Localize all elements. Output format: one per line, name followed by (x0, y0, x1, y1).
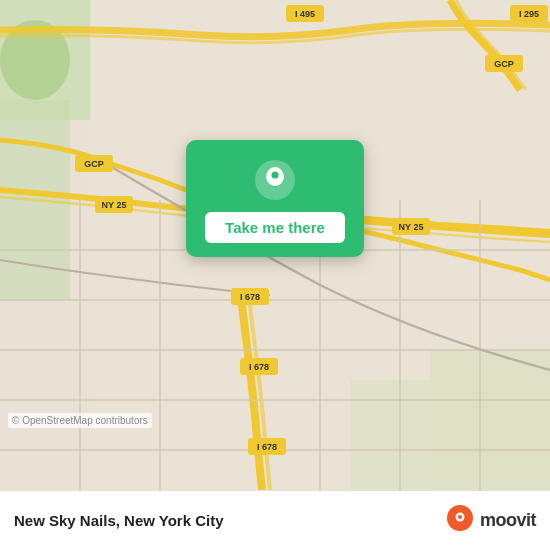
svg-text:GCP: GCP (494, 59, 514, 69)
svg-text:NY 25: NY 25 (102, 200, 127, 210)
map-attribution: © OpenStreetMap contributors (8, 413, 152, 428)
map-container: I 495 I 295 GCP GCP GCP NY 25 NY 25 I 67… (0, 0, 550, 490)
svg-text:I 678: I 678 (257, 442, 277, 452)
info-bar: New Sky Nails, New York City moovit (0, 490, 550, 550)
moovit-brand-text: moovit (480, 510, 536, 531)
svg-text:GCP: GCP (84, 159, 104, 169)
svg-text:NY 25: NY 25 (399, 222, 424, 232)
moovit-brand-icon (444, 505, 476, 537)
take-me-there-button[interactable]: Take me there (205, 212, 345, 243)
navigation-card: Take me there (186, 140, 364, 257)
svg-point-44 (458, 515, 462, 519)
svg-point-40 (272, 172, 279, 179)
moovit-logo: moovit (444, 505, 536, 537)
location-pin-icon (253, 158, 297, 202)
place-info: New Sky Nails, New York City (14, 512, 224, 529)
svg-text:I 295: I 295 (519, 9, 539, 19)
svg-text:I 678: I 678 (249, 362, 269, 372)
svg-text:I 495: I 495 (295, 9, 315, 19)
place-name: New Sky Nails, New York City (14, 512, 224, 529)
svg-text:I 678: I 678 (240, 292, 260, 302)
